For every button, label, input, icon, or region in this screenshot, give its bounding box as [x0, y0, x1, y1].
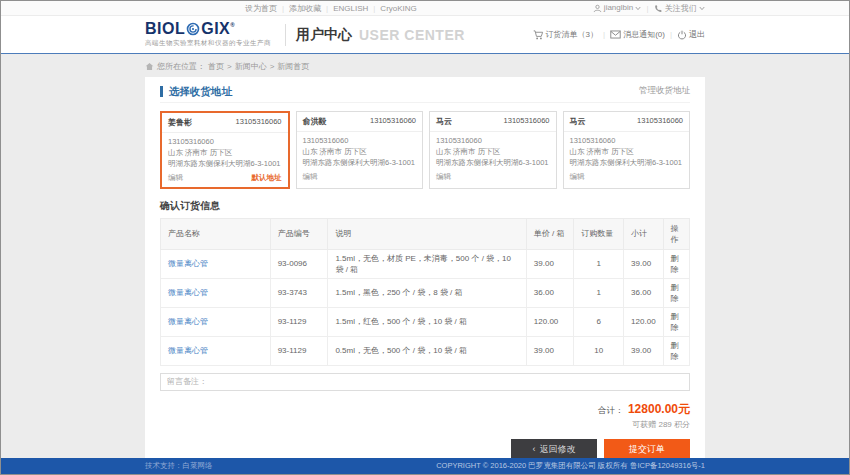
- breadcrumb: 您所在位置： 首页 > 新闻中心 > 新闻首页: [145, 54, 705, 77]
- utility-links: 设为首页| 添加收藏| ENGLISH| CryoKING: [145, 3, 417, 14]
- page: 设为首页| 添加收藏| ENGLISH| CryoKING jianglbin …: [0, 0, 850, 475]
- address-line: 13105316060: [168, 137, 282, 148]
- link-set-homepage[interactable]: 设为首页: [245, 3, 277, 14]
- remark-input[interactable]: [160, 373, 690, 391]
- quantity: 1: [574, 249, 624, 278]
- subtotal: 36.00: [624, 278, 663, 307]
- edit-address-link[interactable]: 编辑: [570, 172, 585, 182]
- separator: |: [326, 4, 328, 13]
- biologix-logo[interactable]: BIOL GIX ® 高端生物实验室耗材和仪器的专业生产商: [145, 21, 271, 48]
- notifications-link[interactable]: 消息通知(0): [610, 29, 665, 40]
- registered-mark: ®: [230, 17, 235, 33]
- chevron-down-icon: [699, 6, 705, 11]
- product-desc: 0.5ml，无色，500 个 / 袋，10 袋 / 箱: [328, 336, 526, 365]
- col-sku: 产品编号: [270, 218, 328, 249]
- address-line: 山东 济南市 历下区: [168, 148, 282, 159]
- product-link[interactable]: 微量离心管: [168, 288, 208, 297]
- address-line: 山东 济南市 历下区: [436, 147, 550, 158]
- back-button-label: 返回修改: [540, 443, 576, 456]
- address-card[interactable]: 马云 13105316060 13105316060 山东 济南市 历下区 明湖…: [563, 111, 691, 189]
- cart-icon: [533, 30, 544, 40]
- address-card[interactable]: 马云 13105316060 13105316060 山东 济南市 历下区 明湖…: [429, 111, 557, 189]
- recipient-name: 马云: [570, 116, 586, 127]
- total-value: 12800.00元: [628, 402, 690, 416]
- unit-price: 36.00: [526, 278, 573, 307]
- delete-row-link[interactable]: 删除: [671, 341, 679, 361]
- delete-row-link[interactable]: 删除: [671, 254, 679, 274]
- order-list-link[interactable]: 订货清单（3）: [533, 29, 598, 40]
- col-unit-price: 单价 / 箱: [526, 218, 573, 249]
- manage-addresses-link[interactable]: 管理收货地址: [639, 85, 690, 97]
- subtotal: 39.00: [624, 249, 663, 278]
- address-card-list: 姜鲁彬 13105316060 13105316060 山东 济南市 历下区 明…: [160, 111, 690, 189]
- table-row: 微量离心管 93-1129 1.5ml，红色，500 个 / 袋，10 袋 / …: [161, 307, 690, 336]
- address-card[interactable]: 俞洪毅 13105316060 13105316060 山东 济南市 历下区 明…: [296, 111, 424, 189]
- breadcrumb-news-home[interactable]: 新闻首页: [277, 61, 309, 72]
- breadcrumb-home[interactable]: 首页: [208, 61, 224, 72]
- back-button[interactable]: ‹ 返回修改: [511, 439, 597, 459]
- product-link[interactable]: 微量离心管: [168, 317, 208, 326]
- header: BIOL GIX ® 高端生物实验室耗材和仪器的专业生产商 用户中心 USER …: [1, 16, 849, 54]
- logout-link[interactable]: 退出: [677, 29, 705, 40]
- follow-us-label: 关注我们: [665, 4, 697, 13]
- default-address-badge: 默认地址: [252, 173, 282, 183]
- separator: |: [670, 30, 672, 39]
- recipient-phone: 13105316060: [504, 116, 550, 127]
- username: jianglbin: [604, 3, 633, 12]
- edit-address-link[interactable]: 编辑: [303, 172, 318, 182]
- user-menu[interactable]: jianglbin: [593, 3, 642, 12]
- product-sku: 93-3743: [270, 278, 328, 307]
- copyright-text: COPYRIGHT © 2016-2020 巴罗克集团有限公司 版权所有 鲁IC…: [436, 461, 705, 471]
- product-link[interactable]: 微量离心管: [168, 259, 208, 268]
- table-row: 微量离心管 93-0096 1.5ml，无色，材质 PE，未消毒，500 个 /…: [161, 249, 690, 278]
- page-title-en: USER CENTER: [359, 27, 465, 43]
- address-line: 明湖东路东侧保利大明湖6-3-1001: [303, 158, 417, 169]
- tech-support-text: 技术支持：白菜网络: [145, 461, 213, 471]
- link-add-favorite[interactable]: 添加收藏: [289, 3, 321, 14]
- delete-row-link[interactable]: 删除: [671, 283, 679, 303]
- quantity: 10: [574, 336, 624, 365]
- quantity: 6: [574, 307, 624, 336]
- product-sku: 93-0096: [270, 249, 328, 278]
- separator: |: [646, 4, 648, 13]
- power-icon: [677, 30, 687, 40]
- col-description: 说明: [328, 218, 526, 249]
- breadcrumb-separator: >: [227, 62, 232, 71]
- order-list-label: 订货清单（3）: [546, 29, 598, 40]
- link-english[interactable]: ENGLISH: [333, 4, 368, 13]
- product-sku: 93-1129: [270, 307, 328, 336]
- edit-address-link[interactable]: 编辑: [436, 172, 451, 182]
- product-link[interactable]: 微量离心管: [168, 346, 208, 355]
- recipient-name: 姜鲁彬: [168, 117, 192, 128]
- breadcrumb-news-center[interactable]: 新闻中心: [235, 61, 267, 72]
- col-subtotal: 小计: [624, 218, 663, 249]
- product-sku: 93-1129: [270, 336, 328, 365]
- recipient-name: 俞洪毅: [303, 116, 327, 127]
- quantity: 1: [574, 278, 624, 307]
- address-line: 明湖东路东侧保利大明湖6-3-1001: [436, 158, 550, 169]
- col-product-name: 产品名称: [161, 218, 271, 249]
- logo-spiral-icon: [186, 22, 200, 36]
- unit-price: 120.00: [526, 307, 573, 336]
- address-line: 山东 济南市 历下区: [570, 147, 684, 158]
- address-card-selected[interactable]: 姜鲁彬 13105316060 13105316060 山东 济南市 历下区 明…: [160, 111, 290, 189]
- logo-text-right: GIX: [201, 21, 230, 37]
- submit-order-button[interactable]: 提交订单: [604, 439, 690, 459]
- logout-label: 退出: [689, 29, 705, 40]
- col-action: 操作: [663, 218, 689, 249]
- table-header-row: 产品名称 产品编号 说明 单价 / 箱 订购数量 小计 操作: [161, 218, 690, 249]
- phone-icon: [654, 4, 663, 13]
- link-cryoking[interactable]: CryoKING: [380, 4, 416, 13]
- col-quantity: 订购数量: [574, 218, 624, 249]
- delete-row-link[interactable]: 删除: [671, 312, 679, 332]
- follow-us-menu[interactable]: 关注我们: [654, 3, 705, 14]
- breadcrumb-separator: >: [270, 62, 275, 71]
- table-row: 微量离心管 93-3743 1.5ml，黑色，250 个 / 袋，8 袋 / 箱…: [161, 278, 690, 307]
- address-line: 山东 济南市 历下区: [303, 147, 417, 158]
- recipient-phone: 13105316060: [637, 116, 683, 127]
- logo-tagline: 高端生物实验室耗材和仪器的专业生产商: [145, 39, 271, 48]
- edit-address-link[interactable]: 编辑: [168, 173, 183, 183]
- separator: |: [373, 4, 375, 13]
- breadcrumb-label: 您所在位置：: [157, 61, 205, 72]
- address-line: 13105316060: [570, 136, 684, 147]
